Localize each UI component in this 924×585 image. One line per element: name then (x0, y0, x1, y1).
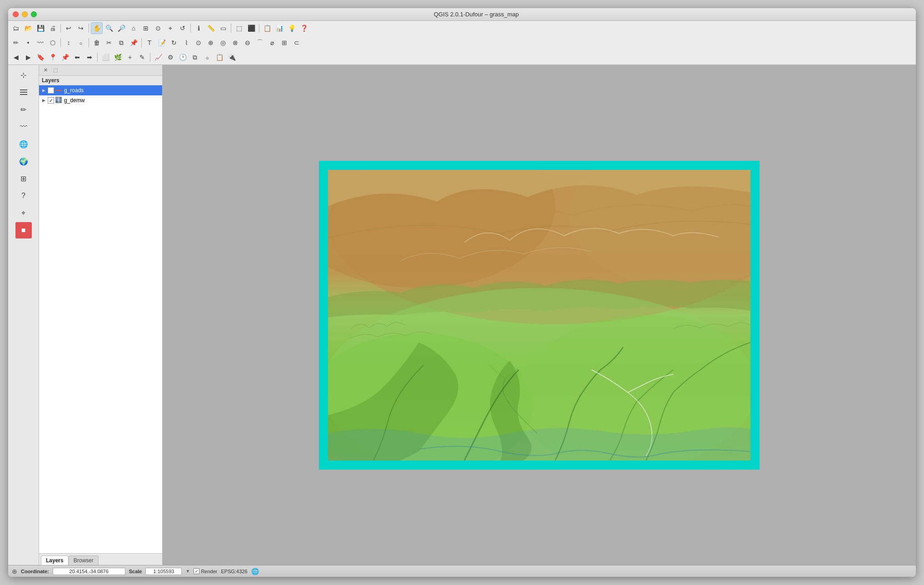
tools-panel: ⊹ ✏ 〰 🌐 🌍 ⊞ ? ⌖ ■ (8, 65, 39, 565)
crs-icon[interactable]: 🌐 (251, 568, 259, 575)
reshape-btn[interactable]: ⌒ (254, 37, 266, 49)
pan-map-btn[interactable]: ✋ (91, 22, 103, 34)
epsg-label[interactable]: EPSG:4326 (221, 569, 247, 574)
zoom-layer-btn[interactable]: ⊞ (140, 22, 152, 34)
deselect-btn[interactable]: ⬛ (245, 22, 257, 34)
coordinate-label: Coordinate: (21, 569, 49, 574)
query-btn[interactable]: ? (15, 188, 32, 204)
zoom-out-btn[interactable]: 🔎 (115, 22, 127, 34)
split-btn[interactable]: ⌀ (266, 37, 278, 49)
help-btn[interactable]: ❓ (298, 22, 310, 34)
zoom-in-btn[interactable]: 🔍 (103, 22, 115, 34)
new-project-btn[interactable]: 🗂 (10, 22, 22, 34)
next-view-btn[interactable]: ➡ (84, 51, 95, 63)
cut-features-btn[interactable]: ✂ (103, 37, 115, 49)
modeler-btn[interactable]: ⬦ (201, 51, 213, 63)
redo-btn[interactable]: ↪ (75, 22, 87, 34)
maximize-button[interactable] (31, 11, 37, 17)
browser-tab[interactable]: Browser (69, 555, 99, 565)
map-canvas[interactable] (163, 65, 916, 565)
save-project-btn[interactable]: 💾 (35, 22, 46, 34)
layer-expand-demw[interactable]: ▶ (41, 98, 46, 103)
grass-new-btn[interactable]: + (124, 51, 136, 63)
del-ring-btn[interactable]: ⊗ (229, 37, 241, 49)
layers-tab[interactable]: Layers (41, 555, 69, 565)
scale-value[interactable]: 1:105593 (145, 568, 182, 575)
back-btn[interactable]: ◀ (10, 51, 22, 63)
open-table-btn[interactable]: 📋 (261, 22, 273, 34)
annotation-btn[interactable]: 📝 (156, 37, 168, 49)
delete-selected-btn[interactable]: 🗑 (91, 37, 103, 49)
close-button[interactable] (13, 11, 19, 17)
layer-toggle-btn[interactable] (15, 84, 32, 100)
statistics-btn[interactable]: 📊 (273, 22, 285, 34)
refresh-btn[interactable]: ↺ (177, 22, 189, 34)
wave-tool-btn[interactable]: 〰 (15, 119, 32, 135)
select-btn[interactable]: ⬚ (233, 22, 245, 34)
select-tool-btn[interactable]: ⊹ (15, 67, 32, 83)
move-feature-btn[interactable]: ↕ (63, 37, 75, 49)
pencil-tool-btn[interactable]: ✏ (15, 101, 32, 118)
pan-selection-btn[interactable]: ⌖ (164, 22, 176, 34)
plugin-results-btn[interactable]: 🔌 (226, 51, 238, 63)
merge-btn[interactable]: ⊞ (278, 37, 290, 49)
globe2-btn[interactable]: 🌍 (15, 153, 32, 169)
layer-item-g-roads[interactable]: ▶ ✓ g_roads (39, 85, 162, 95)
coordinate-value[interactable]: 20.4154,-34.0876 (53, 568, 125, 575)
close-panel-btn[interactable]: ✕ (41, 66, 50, 75)
layer-visibility-demw[interactable]: ✓ (48, 97, 54, 104)
show-bookmarks-btn[interactable]: 📌 (59, 51, 71, 63)
minimize-button[interactable] (22, 11, 28, 17)
layer-expand-roads[interactable]: ▶ (41, 88, 46, 93)
part-btn[interactable]: ⊕ (205, 37, 217, 49)
batch-btn[interactable]: ⧉ (189, 51, 201, 63)
node-tool-btn[interactable]: ⬦ (75, 37, 87, 49)
grass-tools-btn[interactable]: 🌿 (112, 51, 124, 63)
zoom-full-btn[interactable]: ⌂ (128, 22, 139, 34)
offset-btn[interactable]: ⊂ (291, 37, 303, 49)
simplify-btn[interactable]: ⌇ (180, 37, 192, 49)
undo-btn[interactable]: ↩ (63, 22, 75, 34)
float-panel-btn[interactable]: ⬚ (51, 66, 60, 75)
del-part-btn[interactable]: ⊖ (242, 37, 253, 49)
prev-view-btn[interactable]: ⬅ (71, 51, 83, 63)
layer-item-g-demw[interactable]: ▶ ✓ g_demw (39, 95, 162, 105)
add-line-btn[interactable]: 〰 (35, 37, 46, 49)
grass-region-btn[interactable]: ⬜ (99, 51, 111, 63)
zoom-select-btn[interactable]: ⊙ (152, 22, 164, 34)
layer-name-roads: g_roads (64, 87, 160, 94)
copy-features-btn[interactable]: ⧉ (115, 37, 127, 49)
history-btn[interactable]: 🕐 (177, 51, 189, 63)
paste-features-btn[interactable]: 📌 (128, 37, 139, 49)
analysis-btn[interactable]: 📈 (152, 51, 164, 63)
tip-btn[interactable]: 💡 (286, 22, 298, 34)
open-project-btn[interactable]: 📂 (22, 22, 34, 34)
fill-ring-btn[interactable]: ◎ (217, 37, 229, 49)
processing-btn[interactable]: ⚙ (164, 51, 176, 63)
layer-visibility-roads[interactable]: ✓ (48, 87, 54, 94)
layer-icon-roads (55, 87, 63, 94)
measure-btn[interactable]: 📏 (205, 22, 217, 34)
stop-btn[interactable]: ■ (15, 222, 32, 238)
scale-arrow[interactable]: ▼ (185, 569, 190, 574)
grid-btn[interactable]: ⊞ (15, 170, 32, 187)
identify-btn[interactable]: ℹ (193, 22, 204, 34)
render-checkbox[interactable]: ✓ (194, 568, 199, 574)
rotate-btn[interactable]: ↻ (168, 37, 180, 49)
ring-btn[interactable]: ⊙ (193, 37, 204, 49)
grass-edit-btn[interactable]: ✎ (136, 51, 148, 63)
add-point-btn[interactable]: • (22, 37, 34, 49)
bottom-tabs: Layers Browser (39, 553, 162, 565)
coordinates-btn[interactable]: ⌖ (15, 205, 32, 221)
print-btn[interactable]: 🖨 (47, 22, 59, 34)
toolbar-sep-5 (259, 24, 259, 33)
label-btn[interactable]: T (144, 37, 155, 49)
forward-btn[interactable]: ▶ (22, 51, 34, 63)
globe-btn[interactable]: 🌐 (15, 136, 32, 152)
add-polygon-btn[interactable]: ⬡ (47, 37, 59, 49)
bookmark-btn[interactable]: 🔖 (35, 51, 46, 63)
spatial-bookmark-btn[interactable]: 📍 (47, 51, 59, 63)
measure-area-btn[interactable]: ▭ (217, 22, 229, 34)
results-btn[interactable]: 📋 (214, 51, 225, 63)
edit-btn[interactable]: ✏ (10, 37, 22, 49)
